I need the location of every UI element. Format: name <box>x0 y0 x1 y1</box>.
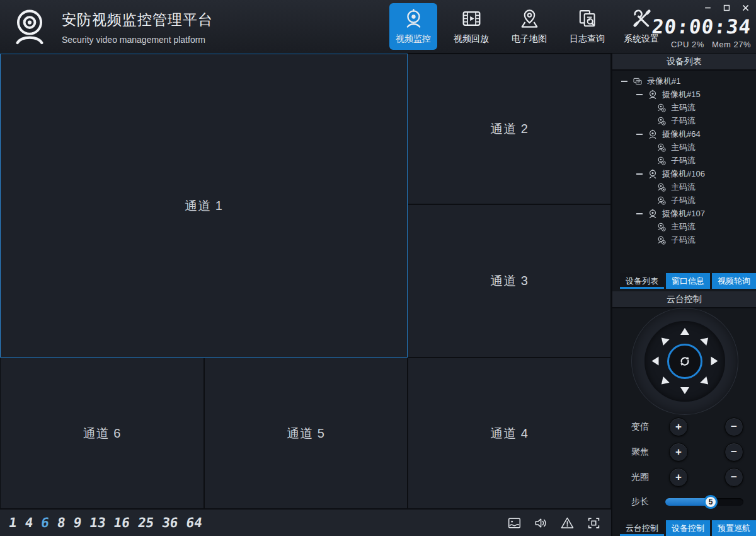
nav-label: 日志查询 <box>570 33 605 45</box>
focus-minus-button[interactable]: − <box>724 443 743 462</box>
audio-icon[interactable] <box>534 516 548 530</box>
video-pane-channel-1[interactable]: 通道 1 <box>0 54 408 358</box>
nav-label: 视频回放 <box>454 33 489 45</box>
playback-film-icon <box>461 8 482 29</box>
bar-icons <box>507 516 611 530</box>
tab-video-polling[interactable]: 视频轮询 <box>712 273 756 289</box>
snapshot-icon[interactable] <box>507 516 522 530</box>
tree-item-main-stream[interactable]: 主码流 <box>612 101 756 114</box>
zoom-minus-button[interactable]: − <box>724 417 743 436</box>
collapse-minus-icon[interactable] <box>621 81 627 82</box>
close-icon[interactable] <box>742 4 750 12</box>
nav-video-monitor[interactable]: 视频监控 <box>389 3 437 50</box>
focus-label: 聚焦 <box>631 446 658 458</box>
tab-ptz-control[interactable]: 云台控制 <box>620 520 664 536</box>
stream-icon <box>656 182 667 192</box>
video-pane-channel-4[interactable]: 通道 4 <box>408 358 611 509</box>
layout-option-16[interactable]: 16 <box>113 515 131 530</box>
ptz-arrow-up-icon[interactable] <box>680 328 689 335</box>
nav-log-query[interactable]: 日志查询 <box>563 3 611 50</box>
video-pane-channel-6[interactable]: 通道 6 <box>0 358 204 509</box>
maximize-icon[interactable] <box>723 4 731 12</box>
main-nav: 视频监控 视频回放 电子地图 日志查询 <box>389 3 611 50</box>
tree-item-sub-stream[interactable]: 子码流 <box>612 194 756 207</box>
iris-control-row: 光圈 + − <box>612 467 756 487</box>
tab-device-list[interactable]: 设备列表 <box>620 273 664 289</box>
clock-block: 20:00:34 CPU 2% Mem 27% <box>652 15 751 49</box>
minimize-icon[interactable] <box>704 4 712 12</box>
video-grid: 通道 1 通道 2 通道 3 通道 6 通道 5 通道 4 <box>0 54 611 509</box>
fullscreen-icon[interactable] <box>587 516 601 530</box>
digital-clock: 20:00:34 <box>651 15 752 38</box>
layout-option-8[interactable]: 8 <box>56 515 66 530</box>
layout-option-9[interactable]: 9 <box>72 515 83 530</box>
video-pane-channel-3[interactable]: 通道 3 <box>408 204 611 358</box>
tree-item-sub-stream[interactable]: 子码流 <box>612 114 756 127</box>
nav-video-playback[interactable]: 视频回放 <box>447 3 495 50</box>
stream-icon <box>656 143 667 153</box>
layout-option-13[interactable]: 13 <box>89 515 107 530</box>
title-block: 安防视频监控管理平台 Security video management pla… <box>62 10 213 45</box>
tree-item-camera-106[interactable]: 摄像机#106 <box>612 167 756 180</box>
layout-option-36[interactable]: 36 <box>161 515 179 530</box>
tree-item-main-stream[interactable]: 主码流 <box>612 220 756 233</box>
stream-icon <box>656 222 667 232</box>
tree-item-camera-64[interactable]: 摄像机#64 <box>612 127 756 141</box>
step-slider-thumb[interactable]: 5 <box>704 495 718 509</box>
alarm-icon[interactable] <box>560 516 575 530</box>
channel-label: 通道 3 <box>490 272 529 289</box>
tab-window-info[interactable]: 窗口信息 <box>666 273 710 289</box>
header-bar: 安防视频监控管理平台 Security video management pla… <box>0 0 756 54</box>
step-slider[interactable]: 5 <box>665 498 743 506</box>
tree-item-recorder-1[interactable]: 录像机#1 <box>612 74 756 88</box>
tree-item-sub-stream[interactable]: 子码流 <box>612 154 756 167</box>
video-pane-channel-5[interactable]: 通道 5 <box>204 358 408 509</box>
iris-minus-button[interactable]: − <box>724 468 743 487</box>
collapse-minus-icon[interactable] <box>636 134 643 135</box>
tree-item-main-stream[interactable]: 主码流 <box>612 180 756 194</box>
tab-preset-cruise[interactable]: 预置巡航 <box>712 520 756 536</box>
nav-electronic-map[interactable]: 电子地图 <box>505 3 553 50</box>
recorder-icon <box>633 76 643 86</box>
ptz-header: 云台控制 <box>612 291 756 308</box>
right-sidebar: 设备列表 录像机#1 摄像机#15 主码流 子码流 <box>611 54 756 536</box>
app-title: 安防视频监控管理平台 <box>62 10 213 30</box>
webcam-icon <box>403 8 424 29</box>
stream-icon <box>656 195 667 206</box>
collapse-minus-icon[interactable] <box>636 213 643 214</box>
ptz-panel-tabs: 云台控制 设备控制 预置巡航 <box>620 520 756 536</box>
nav-label: 视频监控 <box>396 33 431 45</box>
stream-icon <box>656 116 667 126</box>
ptz-arrow-right-icon[interactable] <box>711 357 718 366</box>
tree-item-camera-15[interactable]: 摄像机#15 <box>612 88 756 101</box>
camera-icon <box>648 209 658 219</box>
zoom-control-row: 变倍 + − <box>612 417 756 437</box>
iris-plus-button[interactable]: + <box>669 468 688 487</box>
ptz-arrow-down-icon[interactable] <box>680 387 689 394</box>
layout-option-64[interactable]: 64 <box>185 515 203 530</box>
app-subtitle: Security video management platform <box>62 35 213 45</box>
layout-option-4[interactable]: 4 <box>24 515 34 530</box>
nav-label: 电子地图 <box>512 33 547 45</box>
ptz-auto-scan-button[interactable] <box>667 344 702 379</box>
tab-device-control[interactable]: 设备控制 <box>666 520 710 536</box>
step-label: 步长 <box>631 496 655 508</box>
layout-option-25[interactable]: 25 <box>137 515 155 530</box>
device-panel-tabs: 设备列表 窗口信息 视频轮询 <box>620 273 756 289</box>
focus-plus-button[interactable]: + <box>669 443 688 462</box>
layout-option-1[interactable]: 1 <box>8 515 18 530</box>
video-pane-channel-2[interactable]: 通道 2 <box>408 54 611 204</box>
collapse-minus-icon[interactable] <box>636 94 643 95</box>
tree-item-main-stream[interactable]: 主码流 <box>612 141 756 154</box>
zoom-plus-button[interactable]: + <box>669 417 688 436</box>
ptz-arrow-left-icon[interactable] <box>652 357 659 366</box>
step-control-row: 步长 5 <box>612 492 756 511</box>
tree-item-camera-107[interactable]: 摄像机#107 <box>612 207 756 220</box>
tree-item-sub-stream[interactable]: 子码流 <box>612 233 756 247</box>
map-pin-icon <box>519 8 540 29</box>
camera-icon <box>648 129 658 139</box>
iris-label: 光圈 <box>631 472 658 483</box>
app-window: 安防视频监控管理平台 Security video management pla… <box>0 0 756 536</box>
collapse-minus-icon[interactable] <box>636 173 643 175</box>
layout-option-6[interactable]: 6 <box>40 515 50 530</box>
